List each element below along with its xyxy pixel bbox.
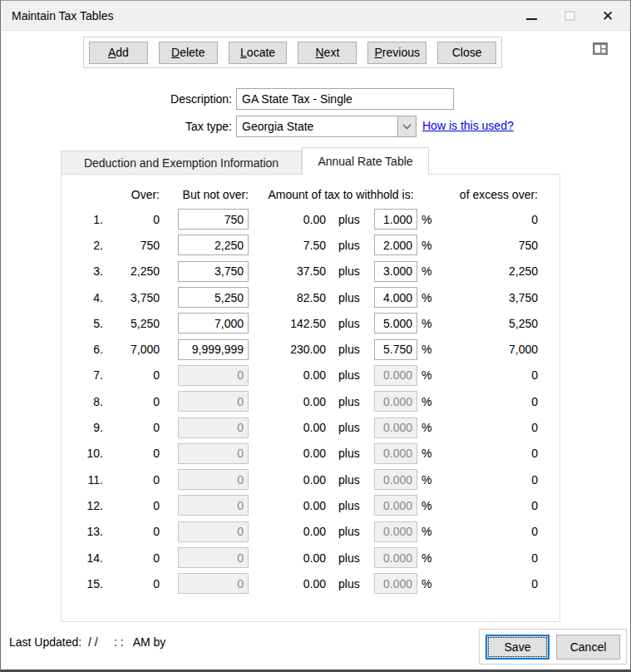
rate-input[interactable] [374,261,417,282]
over-value: 0 [103,525,160,538]
row-number: 12. [62,499,103,512]
tax-type-label: Tax type: [1,120,232,133]
row-number: 9. [62,421,103,434]
plus-label: plus [338,291,363,304]
over-value: 750 [103,239,160,252]
percent-label: % [421,395,433,408]
but-not-over-input[interactable] [178,261,249,282]
over-value: 0 [103,421,160,434]
close-button[interactable]: ✕ [589,1,627,31]
but-not-over-input[interactable] [178,287,249,308]
but-not-over-input [178,495,249,516]
but-not-over-input[interactable] [178,235,249,255]
percent-label: % [421,577,433,590]
plus-label: plus [338,317,363,330]
row-number: 13. [62,525,103,538]
save-button[interactable]: Save [486,635,550,660]
rate-table-header: Over: But not over: Amount of tax to wit… [62,188,560,201]
maintain-tax-tables-window: Maintain Tax Tables ✕ Add Delete Locate … [0,0,631,672]
next-button[interactable]: Next [298,42,357,64]
table-row: 12. 0 0.00 plus % 0 [62,492,560,518]
but-not-over-input[interactable] [178,313,249,334]
rate-input [374,547,417,568]
row-number: 14. [62,551,103,565]
table-row: 7. 0 0.00 plus % 0 [62,363,560,388]
excess-value: 0 [433,551,538,565]
amount-value: 7.50 [249,239,326,252]
row-number: 2. [62,239,103,252]
excess-value: 0 [433,473,538,487]
but-not-over-input [178,547,249,568]
excess-value: 0 [433,447,538,460]
excess-value: 0 [433,213,538,226]
percent-label: % [421,343,433,356]
maximize-button [550,1,589,31]
over-value: 0 [103,395,160,408]
description-input[interactable] [236,88,454,110]
rate-input [374,495,417,516]
minimize-button[interactable] [512,1,550,31]
amount-value: 0.00 [249,395,326,408]
rate-table-rows: 1. 0 0.00 plus % 0 2. 750 7.50 plus % 75… [62,206,560,596]
excess-value: 5,250 [433,317,538,330]
but-not-over-input [178,469,249,490]
but-not-over-input [178,443,249,464]
titlebar: Maintain Tax Tables ✕ [1,1,630,31]
excess-value: 0 [433,525,538,538]
rate-input[interactable] [374,287,417,308]
table-row: 11. 0 0.00 plus % 0 [62,467,560,492]
percent-label: % [421,447,433,460]
plus-label: plus [338,473,363,487]
excess-value: 0 [433,577,538,590]
but-not-over-input [178,391,249,412]
amount-value: 0.00 [249,473,326,487]
amount-value: 0.00 [249,551,326,565]
tab-annual-rate-table[interactable]: Annual Rate Table [302,147,429,175]
percent-label: % [421,291,433,304]
row-number: 1. [62,213,103,226]
table-row: 10. 0 0.00 plus % 0 [62,441,560,467]
over-value: 0 [103,447,160,460]
add-button[interactable]: Add [89,42,148,64]
tax-type-value[interactable] [237,116,397,136]
close-icon: ✕ [602,9,614,23]
action-buttons-box: Save Cancel [479,629,627,665]
tax-type-dropdown-button[interactable] [397,116,416,136]
how-is-this-used-link[interactable]: How is this used? [422,119,514,132]
rate-input[interactable] [374,313,417,334]
locate-button[interactable]: Locate [229,42,288,64]
amount-value: 230.00 [249,343,326,356]
table-row: 9. 0 0.00 plus % 0 [62,414,560,440]
rate-input[interactable] [374,235,417,255]
row-number: 5. [62,317,103,330]
row-number: 7. [62,368,103,382]
header-amount: Amount of tax to withhold is: [249,188,433,201]
but-not-over-input[interactable] [178,209,249,230]
excess-value: 750 [433,239,538,252]
previous-button[interactable]: Previous [367,42,426,64]
tab-deduction-exemption[interactable]: Deduction and Exemption Information [61,151,302,174]
percent-label: % [421,421,433,434]
table-row: 4. 3,750 82.50 plus % 3,750 [62,284,560,310]
window-layout-icon[interactable] [592,42,609,57]
delete-button[interactable]: Delete [159,42,218,64]
plus-label: plus [338,395,363,408]
row-number: 8. [62,395,103,408]
percent-label: % [421,264,433,278]
rate-input[interactable] [374,209,417,230]
plus-label: plus [338,264,363,278]
cancel-button[interactable]: Cancel [556,635,620,660]
but-not-over-input [178,418,249,438]
tax-type-combobox[interactable] [236,116,417,137]
over-value: 5,250 [103,317,160,330]
maximize-icon [564,11,575,21]
close-record-button[interactable]: Close [437,42,496,64]
but-not-over-input[interactable] [178,339,249,360]
rate-input [374,443,417,464]
table-row: 14. 0 0.00 plus % 0 [62,545,560,571]
rate-input[interactable] [374,339,417,360]
percent-label: % [421,473,433,487]
annual-rate-table-panel: Over: But not over: Amount of tax to wit… [61,174,560,622]
over-value: 0 [103,551,160,565]
chevron-down-icon [402,124,412,130]
